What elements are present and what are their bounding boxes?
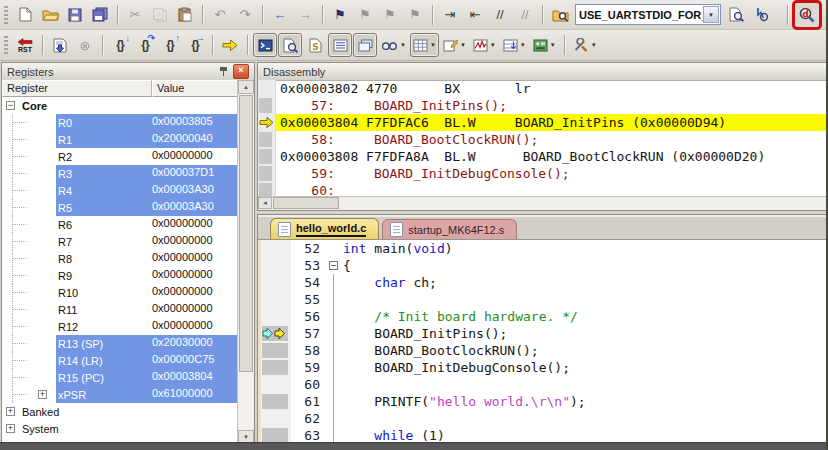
register-row-r0[interactable]: R00x00003805 <box>2 114 238 131</box>
start-stop-debug-session-button[interactable]: d <box>795 3 819 27</box>
indent-button[interactable]: ⇥ <box>438 3 462 27</box>
breakpoint-margin[interactable] <box>261 274 291 291</box>
toolbox-button[interactable]: ▼ <box>570 33 600 57</box>
breakpoint-margin[interactable] <box>261 325 291 342</box>
uncomment-button[interactable]: // <box>513 3 537 27</box>
register-row-r12[interactable]: R120x00000000 <box>2 318 238 335</box>
pin-icon[interactable] <box>218 65 229 78</box>
show-next-statement-button[interactable] <box>218 33 242 57</box>
register-row-xpsr[interactable]: +xPSR0x61000000 <box>2 386 238 403</box>
code-line-61[interactable]: 61 PRINTF("hello world.\r\n"); <box>258 393 828 410</box>
disassembly-hscrollbar[interactable]: ◄ <box>258 196 828 210</box>
register-row-system[interactable]: +System <box>2 420 238 437</box>
new-file-button[interactable] <box>13 3 37 27</box>
dropdown-caret-icon[interactable]: ▼ <box>550 42 556 48</box>
code-line-58[interactable]: 58 BOARD_BootClockRUN(); <box>258 342 828 359</box>
register-row-r6[interactable]: R60x00000000 <box>2 216 238 233</box>
register-row-r7[interactable]: R70x00000000 <box>2 233 238 250</box>
scrollbar-thumb[interactable] <box>273 197 339 209</box>
code-line-55[interactable]: 55 <box>258 291 828 308</box>
dropdown-caret-icon[interactable]: ▼ <box>400 42 406 48</box>
register-row-r13-sp[interactable]: R13 (SP)0x20030000 <box>2 335 238 352</box>
registers-scrollbar[interactable]: ▲ ▼ <box>237 80 254 444</box>
scrollbar-thumb[interactable] <box>239 95 253 372</box>
find-in-files-button[interactable] <box>548 3 572 27</box>
memory-window-button[interactable]: ▼ <box>410 33 439 57</box>
copy-button[interactable] <box>148 3 172 27</box>
stop-button[interactable]: ⊗ <box>73 33 97 57</box>
register-row-banked[interactable]: +Banked <box>2 403 238 420</box>
disassembly-line[interactable]: 0x00003808 F7FDFA8A BL.W BOARD_BootClock… <box>258 148 828 165</box>
navigate-back-button[interactable]: ← <box>268 3 292 27</box>
disassembly-line[interactable]: 57: BOARD_InitPins(); <box>258 97 828 114</box>
registers-window-button[interactable] <box>328 33 352 57</box>
open-file-button[interactable] <box>38 3 62 27</box>
register-row-r5[interactable]: R50x00003A30 <box>2 199 238 216</box>
breakpoint-margin[interactable] <box>261 427 291 442</box>
find-button[interactable] <box>724 3 748 27</box>
reset-cpu-button[interactable]: RST <box>13 33 37 57</box>
disassembly-line[interactable]: 0x00003804 F7FDFAC6 BL.W BOARD_InitPins … <box>258 114 828 131</box>
comment-button[interactable]: // <box>488 3 512 27</box>
run-button[interactable] <box>48 33 72 57</box>
register-row-r11[interactable]: R110x00000000 <box>2 301 238 318</box>
dropdown-caret-icon[interactable]: ▼ <box>591 42 597 48</box>
navigate-forward-button[interactable]: → <box>293 3 317 27</box>
system-viewer-window-button[interactable]: ▼ <box>530 33 559 57</box>
register-row-r15-pc[interactable]: R15 (PC)0x00003804 <box>2 369 238 386</box>
code-line-60[interactable]: 60 <box>258 376 828 393</box>
paste-button[interactable] <box>173 3 197 27</box>
dropdown-caret-icon[interactable]: ▼ <box>430 42 436 48</box>
column-header-register[interactable]: Register <box>2 80 152 97</box>
breakpoint-margin[interactable] <box>261 342 291 359</box>
register-row-r3[interactable]: R30x000037D1 <box>2 165 238 182</box>
step-over-button[interactable]: {}↷ <box>133 33 157 57</box>
tab-startup-mk64f12-s[interactable]: startup_MK64F12.s <box>382 219 517 239</box>
search-combo[interactable]: USE_UARTSTDIO_FOR_EF▼ <box>575 4 721 25</box>
register-row-r9[interactable]: R90x00000000 <box>2 267 238 284</box>
register-row-r10[interactable]: R100x00000000 <box>2 284 238 301</box>
toolbar-grip[interactable] <box>4 36 8 54</box>
code-line-63[interactable]: 63 while (1) <box>258 427 828 442</box>
breakpoint-margin[interactable] <box>261 359 291 376</box>
step-out-button[interactable]: {}↑ <box>158 33 182 57</box>
register-row-core[interactable]: −Core <box>2 97 238 114</box>
disassembly-line[interactable]: 60: <box>258 182 828 197</box>
tab-hello-world-c[interactable]: hello_world.c <box>270 218 379 239</box>
call-stack-window-button[interactable] <box>353 33 377 57</box>
breakpoint-margin[interactable] <box>261 308 291 325</box>
chevron-down-icon[interactable]: ▼ <box>703 6 719 23</box>
watch-window-button[interactable]: ▼ <box>378 33 409 57</box>
scroll-left-icon[interactable]: ◄ <box>258 197 272 209</box>
register-row-r8[interactable]: R80x00000000 <box>2 250 238 267</box>
previous-bookmark-button[interactable]: ⚑ <box>353 3 377 27</box>
code-line-54[interactable]: 54 char ch; <box>258 274 828 291</box>
breakpoint-margin[interactable] <box>261 257 291 274</box>
clear-bookmarks-button[interactable]: ⚑ <box>403 3 427 27</box>
breakpoint-margin[interactable] <box>261 410 291 427</box>
redo-button[interactable]: ↷ <box>233 3 257 27</box>
fold-collapse-icon[interactable]: − <box>329 261 338 270</box>
incremental-find-button[interactable] <box>749 3 773 27</box>
insert-bookmark-button[interactable]: ⚑ <box>328 3 352 27</box>
analysis-window-button[interactable]: ▼ <box>470 33 499 57</box>
command-window-button[interactable] <box>253 33 277 57</box>
breakpoint-margin[interactable] <box>261 291 291 308</box>
symbol-window-button[interactable]: S <box>303 33 327 57</box>
code-line-57[interactable]: 57 BOARD_InitPins(); <box>258 325 828 342</box>
column-header-value[interactable]: Value <box>152 80 238 97</box>
register-row-r2[interactable]: R20x00000000 <box>2 148 238 165</box>
save-all-button[interactable] <box>88 3 112 27</box>
toolbar-grip[interactable] <box>4 6 8 24</box>
step-into-button[interactable]: {}↓ <box>108 33 132 57</box>
register-row-r14-lr[interactable]: R14 (LR)0x00000C75 <box>2 352 238 369</box>
dropdown-caret-icon[interactable]: ▼ <box>460 42 466 48</box>
code-line-53[interactable]: 53−{ <box>258 257 828 274</box>
code-line-59[interactable]: 59 BOARD_InitDebugConsole(); <box>258 359 828 376</box>
cut-button[interactable]: ✂ <box>123 3 147 27</box>
undo-button[interactable]: ↶ <box>208 3 232 27</box>
breakpoint-margin[interactable] <box>261 393 291 410</box>
close-icon[interactable]: × <box>233 64 249 79</box>
disassembly-window-button[interactable] <box>278 33 302 57</box>
disassembly-line[interactable]: 58: BOARD_BootClockRUN(); <box>258 131 828 148</box>
